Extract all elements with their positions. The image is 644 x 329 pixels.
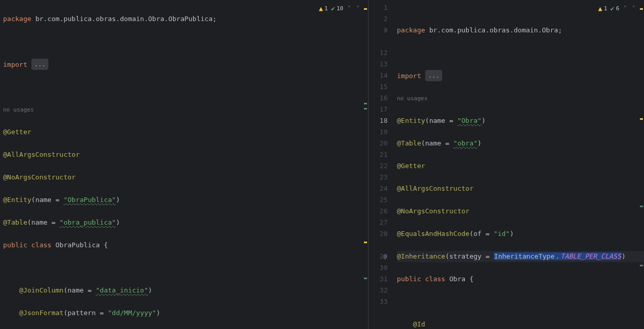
check-icon: ✔	[611, 3, 615, 14]
inspections-widget[interactable]: ▲1 ✔6 ˄ ˅	[596, 2, 639, 15]
ok-count[interactable]: ✔10	[331, 3, 343, 14]
chevron-down-icon[interactable]: ˅	[355, 3, 361, 14]
fold-indicator[interactable]: ...	[31, 59, 49, 70]
left-marker-strip[interactable]	[363, 0, 368, 329]
usages-hint[interactable]: no usages	[3, 106, 34, 113]
left-editor-pane: ▲1 ✔10 ˄ ˅ package br.com.publica.obras.…	[0, 0, 369, 329]
warning-count[interactable]: ▲1	[319, 3, 327, 14]
chevron-down-icon[interactable]: ˅	[631, 3, 637, 14]
warning-icon: ▲	[319, 3, 323, 14]
warning-count[interactable]: ▲1	[598, 3, 607, 14]
override-gutter-icon[interactable]: @	[383, 251, 387, 262]
right-gutter[interactable]: 123›121314151617181920212223242526272829…	[369, 0, 397, 329]
ok-count[interactable]: ✔6	[611, 3, 619, 14]
warning-icon: ▲	[598, 3, 602, 14]
right-code-area[interactable]: ▲1 ✔6 ˄ ˅ package br.com.publica.obras.d…	[397, 0, 644, 329]
left-code-area[interactable]: package br.com.publica.obras.domain.Obra…	[0, 0, 368, 329]
expand-icon[interactable]: ›	[384, 25, 387, 36]
inspections-widget[interactable]: ▲1 ✔10 ˄ ˅	[317, 2, 363, 15]
chevron-up-icon[interactable]: ˄	[346, 3, 352, 14]
right-editor-pane: 123›121314151617181920212223242526272829…	[369, 0, 644, 329]
check-icon: ✔	[331, 3, 335, 14]
usages-hint[interactable]: no usages	[397, 95, 428, 102]
chevron-up-icon[interactable]: ˄	[622, 3, 628, 14]
fold-indicator[interactable]: ...	[425, 70, 443, 81]
right-marker-strip[interactable]	[639, 0, 644, 329]
